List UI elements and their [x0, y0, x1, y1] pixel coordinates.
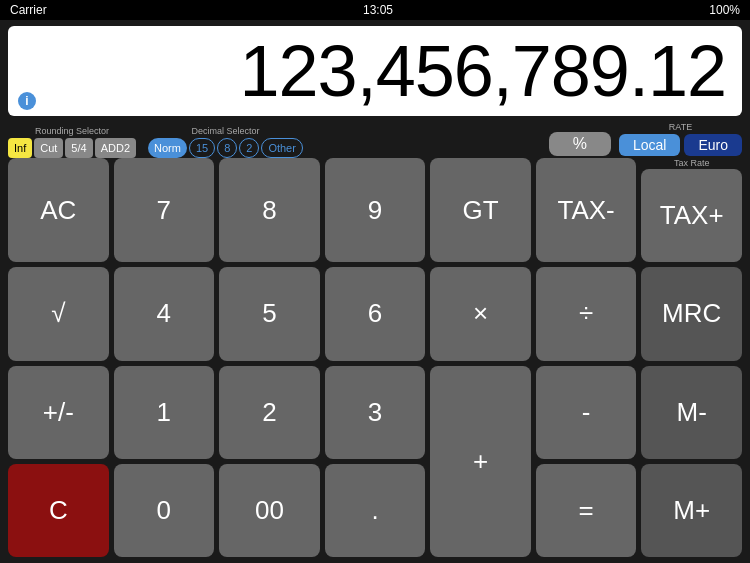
btn-3[interactable]: 3 — [325, 366, 426, 459]
rounding-selector-group: Rounding Selector Inf Cut 5/4 ADD2 — [8, 126, 136, 158]
btn-c[interactable]: C — [8, 464, 109, 557]
btn-divide[interactable]: ÷ — [536, 267, 637, 360]
selectors-row: Rounding Selector Inf Cut 5/4 ADD2 Decim… — [0, 122, 750, 158]
btn-multiply[interactable]: × — [430, 267, 531, 360]
rate-label: RATE — [619, 122, 742, 132]
btn-m-plus[interactable]: M+ — [641, 464, 742, 557]
carrier-label: Carrier — [10, 3, 47, 17]
rate-section: RATE Local Euro — [619, 122, 742, 156]
btn-ac[interactable]: AC — [8, 158, 109, 262]
tax-rate-label: Tax Rate — [674, 158, 710, 168]
time-label: 13:05 — [363, 3, 393, 17]
decimal-btn-other[interactable]: Other — [261, 138, 303, 158]
btn-0[interactable]: 0 — [114, 464, 215, 557]
btn-5[interactable]: 5 — [219, 267, 320, 360]
rounding-label: Rounding Selector — [8, 126, 136, 136]
rounding-btn-54[interactable]: 5/4 — [65, 138, 92, 158]
btn-mrc[interactable]: MRC — [641, 267, 742, 360]
display-screen: i 123,456,789.12 — [8, 26, 742, 116]
btn-2[interactable]: 2 — [219, 366, 320, 459]
decimal-selector-group: Decimal Selector Norm 15 8 2 Other — [148, 126, 303, 158]
btn-tax-minus[interactable]: TAX- — [536, 158, 637, 262]
btn-8[interactable]: 8 — [219, 158, 320, 262]
btn-equals[interactable]: = — [536, 464, 637, 557]
percent-button[interactable]: % — [549, 132, 611, 156]
decimal-buttons: Norm 15 8 2 Other — [148, 138, 303, 158]
btn-4[interactable]: 4 — [114, 267, 215, 360]
btn-plus[interactable]: + — [430, 366, 531, 558]
btn-6[interactable]: 6 — [325, 267, 426, 360]
calculator-layout: i 123,456,789.12 Rounding Selector Inf C… — [0, 20, 750, 563]
rounding-btn-cut[interactable]: Cut — [34, 138, 63, 158]
rounding-btn-inf[interactable]: Inf — [8, 138, 32, 158]
status-bar: Carrier 13:05 100% — [0, 0, 750, 20]
btn-m-minus[interactable]: M- — [641, 366, 742, 459]
btn-1[interactable]: 1 — [114, 366, 215, 459]
btn-sqrt[interactable]: √ — [8, 267, 109, 360]
rounding-btn-add2[interactable]: ADD2 — [95, 138, 136, 158]
btn-decimal[interactable]: . — [325, 464, 426, 557]
euro-button[interactable]: Euro — [684, 134, 742, 156]
tax-plus-wrapper: Tax Rate TAX+ — [641, 158, 742, 262]
decimal-label: Decimal Selector — [148, 126, 303, 136]
btn-00[interactable]: 00 — [219, 464, 320, 557]
display-value: 123,456,789.12 — [240, 30, 726, 112]
info-icon[interactable]: i — [18, 92, 36, 110]
local-button[interactable]: Local — [619, 134, 680, 156]
rounding-buttons: Inf Cut 5/4 ADD2 — [8, 138, 136, 158]
btn-9[interactable]: 9 — [325, 158, 426, 262]
main-keypad: AC 7 8 9 GT TAX- Tax Rate TAX+ √ 4 5 6 ×… — [0, 158, 750, 563]
decimal-btn-15[interactable]: 15 — [189, 138, 215, 158]
btn-minus[interactable]: - — [536, 366, 637, 459]
btn-gt[interactable]: GT — [430, 158, 531, 262]
btn-7[interactable]: 7 — [114, 158, 215, 262]
btn-sign[interactable]: +/- — [8, 366, 109, 459]
decimal-btn-8[interactable]: 8 — [217, 138, 237, 158]
battery-label: 100% — [709, 3, 740, 17]
decimal-btn-norm[interactable]: Norm — [148, 138, 187, 158]
decimal-btn-2[interactable]: 2 — [239, 138, 259, 158]
rate-buttons: Local Euro — [619, 134, 742, 156]
btn-tax-plus[interactable]: TAX+ — [641, 169, 742, 262]
